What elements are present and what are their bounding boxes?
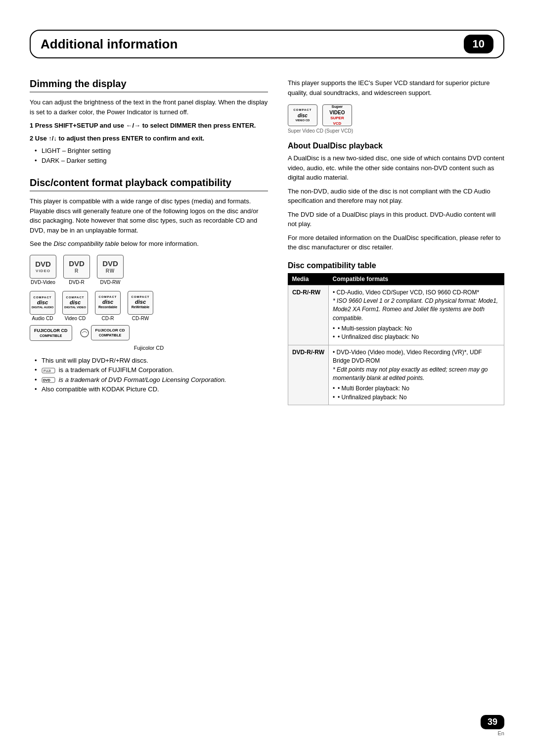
formats-cd: • CD-Audio, Video CD/Super VCD, ISO 9660… [329, 285, 504, 345]
compat-table: Media Compatible formats CD-R/-RW • CD-A… [288, 273, 504, 406]
super-vcd-text: This player supports the IEC's Super VCD… [288, 78, 504, 97]
page-number: 39 [481, 715, 504, 729]
chapter-number: 10 [464, 35, 493, 53]
table-row: DVD-R/-RW • DVD-Video (Video mode), Vide… [288, 345, 504, 405]
list-item: • Unfinalized disc playback: No [333, 333, 500, 341]
left-column: Dimming the display You can adjust the b… [30, 78, 268, 405]
dimming-section: Dimming the display You can adjust the b… [30, 78, 268, 165]
right-column: This player supports the IEC's Super VCD… [288, 78, 504, 405]
svg-text:DVD: DVD [43, 378, 50, 382]
compat-table-title: Disc compatibility table [288, 261, 504, 270]
list-item: • Unfinalized playback: No [333, 393, 500, 402]
list-item: LIGHT – Brighter setting [35, 146, 268, 156]
dualdisc-section: About DualDisc playback A DualDisc is a … [288, 142, 504, 252]
fujifilm-icon [80, 329, 89, 337]
dimming-bullets: LIGHT – Brighter setting DARK – Darker s… [35, 146, 268, 165]
dvd-rw-logo: DVD RW DVD-RW [97, 255, 124, 285]
dualdisc-para3: The DVD side of a DualDisc plays in this… [288, 210, 504, 229]
list-item: FUJI is a trademark of FUJIFILM Corporat… [35, 365, 268, 375]
compat-table-section: Disc compatibility table Media Compatibl… [288, 261, 504, 406]
dimming-step1: 1 Press SHIFT+SETUP and use ←/→ to selec… [30, 121, 268, 131]
super-vcd-logo: Super VIDEO SUPER VCD [322, 104, 352, 126]
lang-label: En [498, 730, 504, 736]
dimming-intro: You can adjust the brightness of the tex… [30, 97, 268, 117]
video-cd-label: Video CD [65, 316, 86, 321]
dvd-video-logo: DVD VIDEO DVD-Video [30, 255, 56, 285]
dimming-title: Dimming the display [30, 78, 268, 93]
dvd-logos-row: DVD VIDEO DVD-Video DVD R DVD-R [30, 255, 268, 285]
page: Additional information 10 English Dimmin… [0, 0, 534, 756]
formats-dvd: • DVD-Video (Video mode), Video Recordin… [329, 345, 504, 405]
super-vcd-logos: COMPACT disc VIDEO CD Super VIDEO SUPER … [288, 104, 504, 126]
dvd-trademark-icon: DVD [42, 377, 55, 383]
col-media: Media [288, 273, 328, 285]
dvd-r-label: DVD-R [69, 280, 85, 285]
list-item: DARK – Darker setting [35, 156, 268, 166]
two-column-layout: Dimming the display You can adjust the b… [30, 78, 504, 405]
svg-text:FUJI: FUJI [44, 369, 51, 373]
list-item: This unit will play DVD+R/+RW discs. [35, 356, 268, 366]
dualdisc-para1: A DualDisc is a new two-sided disc, one … [288, 153, 504, 183]
dvd-video-label: DVD-Video [31, 280, 55, 285]
svg-point-0 [81, 329, 89, 337]
disc-compat-title: Disc/content format playback compatibili… [30, 177, 268, 191]
compact-disc-video-logo: COMPACT disc VIDEO CD [288, 104, 317, 126]
fujicolor-logo-1: FUJICOLOR CD COMPATIBLE [30, 325, 72, 341]
list-item: DVD is a trademark of DVD Format/Logo Li… [35, 375, 268, 385]
cd-r-label: CD-R [102, 316, 114, 321]
video-cd-logo: COMPACT disc DIGITAL VIDEO Video CD [62, 291, 88, 321]
fujicolor-logo-2: FUJICOLOR CD COMPATIBLE [91, 325, 130, 340]
audio-cd-logo: COMPACT disc DIGITAL AUDIO Audio CD [30, 291, 55, 321]
dualdisc-para2: The non-DVD, audio side of the disc is n… [288, 187, 504, 206]
disc-compat-see-table: See the Disc compatibility table below f… [30, 239, 268, 249]
disc-compat-intro: This player is compatible with a wide ra… [30, 196, 268, 235]
dvd-rw-label: DVD-RW [100, 280, 121, 285]
fujifilm-trademark-icon: FUJI [42, 368, 55, 374]
dimming-step2: 2 Use ↑/↓ to adjust then press ENTER to … [30, 134, 268, 143]
cd-r-logo: COMPACT disc Recordable CD-R [95, 291, 121, 321]
header-bar: Additional information 10 [30, 30, 504, 58]
fujicolor-row: FUJICOLOR CD COMPATIBLE FUJICOLOR CD COM… [30, 325, 268, 341]
dualdisc-title: About DualDisc playback [288, 142, 504, 150]
cd-logos-row: COMPACT disc DIGITAL AUDIO Audio CD COMP… [30, 291, 268, 321]
list-item: • Multi-session playback: No [333, 325, 500, 333]
table-row: CD-R/-RW • CD-Audio, Video CD/Super VCD,… [288, 285, 504, 345]
dualdisc-para4: For more detailed information on the Dua… [288, 233, 504, 252]
extra-bullets: This unit will play DVD+R/+RW discs. FUJ… [35, 356, 268, 394]
list-item: Also compatible with KODAK Picture CD. [35, 384, 268, 394]
fujicolor-cd-label: Fujicolor CD [30, 345, 268, 351]
disc-compat-section: Disc/content format playback compatibili… [30, 177, 268, 394]
super-vcd-label: Super Video CD (Super VCD) [288, 128, 504, 134]
cd-rw-logo: COMPACT disc ReWritable CD-RW [128, 291, 153, 321]
cd-rw-label: CD-RW [132, 316, 149, 321]
page-title: Additional information [41, 37, 454, 52]
col-formats: Compatible formats [329, 273, 504, 285]
audio-cd-label: Audio CD [32, 316, 53, 321]
list-item: • Multi Border playback: No [333, 384, 500, 393]
media-dvd: DVD-R/-RW [288, 345, 328, 405]
dvd-r-logo: DVD R DVD-R [63, 255, 90, 285]
media-cd: CD-R/-RW [288, 285, 328, 345]
footer: 39 En [481, 715, 504, 736]
